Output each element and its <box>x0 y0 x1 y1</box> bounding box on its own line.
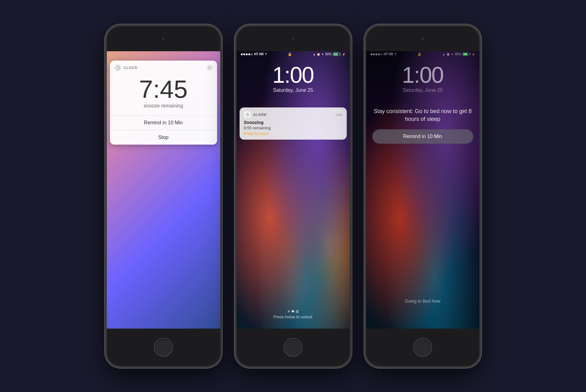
svg-line-2 <box>118 68 119 68</box>
battery-percentage: 80% <box>325 52 331 56</box>
lock-icon-3: 🔒 <box>417 52 422 56</box>
signal-dot-3-5 <box>380 53 382 55</box>
alarm-app-icon <box>244 111 251 118</box>
status-right-3: ▲ ⏰ ✦ 80% ⚡ <box>443 52 475 56</box>
status-left-3: HT HR ⇡ <box>370 52 397 56</box>
carrier-name-3: HT HR <box>384 52 394 56</box>
bluetooth-icon: ✦ <box>321 53 324 56</box>
status-center-2: 🔒 <box>288 52 292 56</box>
phone-2-screen: HT HR ⇡ 🔒 ▲ ⏰ ✦ 80% ⚡ <box>236 51 350 329</box>
phone-3-screen: HT HR ⇡ 🔒 ▲ ⏰ ✦ 80% ⚡ <box>366 51 479 329</box>
action-buttons-container: Remind in 10 Min Stop <box>110 115 217 145</box>
bluetooth-icon-3: ✦ <box>451 53 454 56</box>
lock-notif-title: Snoozing <box>244 120 342 125</box>
home-button-2[interactable] <box>284 338 302 357</box>
notification-app-name: CLOCK <box>124 66 204 70</box>
signal-dot-1 <box>241 53 243 55</box>
battery-fill-3 <box>463 53 468 55</box>
signal-dot-3-2 <box>373 53 375 55</box>
signal-dot-5 <box>251 53 253 55</box>
signal-strength-3 <box>370 53 382 55</box>
status-center-3: 🔒 <box>417 52 422 56</box>
location-icon-3: ▲ <box>443 53 445 56</box>
battery-icon-2 <box>333 52 341 56</box>
press-home-text: Press home to unlock <box>236 315 350 319</box>
signal-dot-3 <box>246 53 248 55</box>
alarm-icon-3: ⏰ <box>446 53 450 56</box>
signal-dot-3-4 <box>378 53 380 55</box>
clock-notification-card: CLOCK × 7:45 snooze remaining Remind in … <box>110 61 217 145</box>
bottom-bezel-1 <box>107 329 220 366</box>
time-display-container: 7:45 snooze remaining <box>110 74 217 115</box>
lock-time-2: 1:00 Saturday, June 25 <box>236 64 350 93</box>
status-bar-3: HT HR ⇡ 🔒 ▲ ⏰ ✦ 80% ⚡ <box>366 51 479 57</box>
lock-date-2: Saturday, June 25 <box>236 87 350 93</box>
phone-1: CLOCK × 7:45 snooze remaining Remind in … <box>105 24 222 368</box>
signal-dot-2 <box>243 53 245 55</box>
svg-line-5 <box>247 115 248 115</box>
battery-fill-2 <box>334 53 338 55</box>
page-dot-1 <box>288 310 290 312</box>
signal-dot-4 <box>248 53 250 55</box>
lock-notif-body: 8:55 remaining <box>244 126 342 130</box>
big-time-display: 7:45 <box>110 77 217 102</box>
lock-time-3: 1:00 Saturday, June 25 <box>366 64 479 93</box>
notification-header: CLOCK × <box>110 61 217 74</box>
going-to-bed-text: Going to Bed Now <box>366 299 479 304</box>
battery-body-2 <box>333 52 340 56</box>
notification-close-button[interactable]: × <box>206 65 213 71</box>
wifi-icon-3: ⇡ <box>394 52 397 56</box>
lock-icon: 🔒 <box>288 52 292 56</box>
front-camera <box>162 37 165 40</box>
remind-in-10-button[interactable]: Remind in 10 Min <box>372 129 473 144</box>
page-dot-3 <box>296 310 299 313</box>
lock-time-display-3: 1:00 <box>366 64 479 86</box>
page-dots <box>236 310 350 313</box>
page-dot-2-active <box>292 310 294 312</box>
signal-dot-3-1 <box>370 53 372 55</box>
phone-2: HT HR ⇡ 🔒 ▲ ⏰ ✦ 80% ⚡ <box>235 24 352 368</box>
battery-tip-2 <box>340 53 341 55</box>
status-left-2: HT HR ⇡ <box>241 52 267 56</box>
lock-notif-app-name: ALARM <box>253 113 334 117</box>
top-bezel <box>107 26 220 51</box>
bottom-bezel-3 <box>366 329 479 366</box>
remind-button[interactable]: Remind in 10 Min <box>110 116 217 130</box>
expanded-notification-3: Stay consistent: Go to bed now to get 8 … <box>372 107 473 144</box>
top-bezel-2 <box>236 26 350 51</box>
lock-time-display-2: 1:00 <box>236 64 350 86</box>
battery-tip-3 <box>470 53 470 55</box>
charging-icon-3: ⚡ <box>472 53 475 56</box>
expanded-notif-text: Stay consistent: Go to bed now to get 8 … <box>372 107 473 123</box>
top-bezel-3 <box>366 26 479 51</box>
lock-notif-action[interactable]: Press for more <box>244 131 342 136</box>
signal-strength <box>241 53 253 55</box>
status-right-2: ▲ ⏰ ✦ 80% ⚡ <box>313 52 345 56</box>
home-button-3[interactable] <box>413 338 432 357</box>
battery-body-3 <box>463 52 469 56</box>
front-camera-2 <box>292 37 294 40</box>
phone-1-screen: CLOCK × 7:45 snooze remaining Remind in … <box>107 51 220 329</box>
bottom-bezel-2 <box>236 329 350 366</box>
status-bar-2: HT HR ⇡ 🔒 ▲ ⏰ ✦ 80% ⚡ <box>236 51 350 57</box>
carrier-name: HT HR <box>254 52 264 56</box>
lock-date-3: Saturday, June 25 <box>366 87 479 93</box>
clock-app-icon <box>114 64 121 71</box>
signal-dot-3-3 <box>375 53 377 55</box>
lock-notif-header: ALARM now <box>244 111 342 118</box>
wifi-icon: ⇡ <box>265 52 267 56</box>
front-camera-3 <box>421 37 424 40</box>
location-icon: ▲ <box>313 53 316 56</box>
stop-button[interactable]: Stop <box>110 130 217 145</box>
battery-percentage-3: 80% <box>455 52 461 56</box>
home-button-1[interactable] <box>154 338 173 357</box>
charging-icon: ⚡ <box>342 53 345 56</box>
snooze-remaining-text: snooze remaining <box>110 103 217 114</box>
phone-3: HT HR ⇡ 🔒 ▲ ⏰ ✦ 80% ⚡ <box>364 24 481 368</box>
battery-icon-3 <box>463 52 470 56</box>
lock-notification-2[interactable]: ALARM now Snoozing 8:55 remaining Press … <box>240 107 347 140</box>
alarm-icon: ⏰ <box>317 53 320 56</box>
lock-notif-time: now <box>336 113 342 117</box>
